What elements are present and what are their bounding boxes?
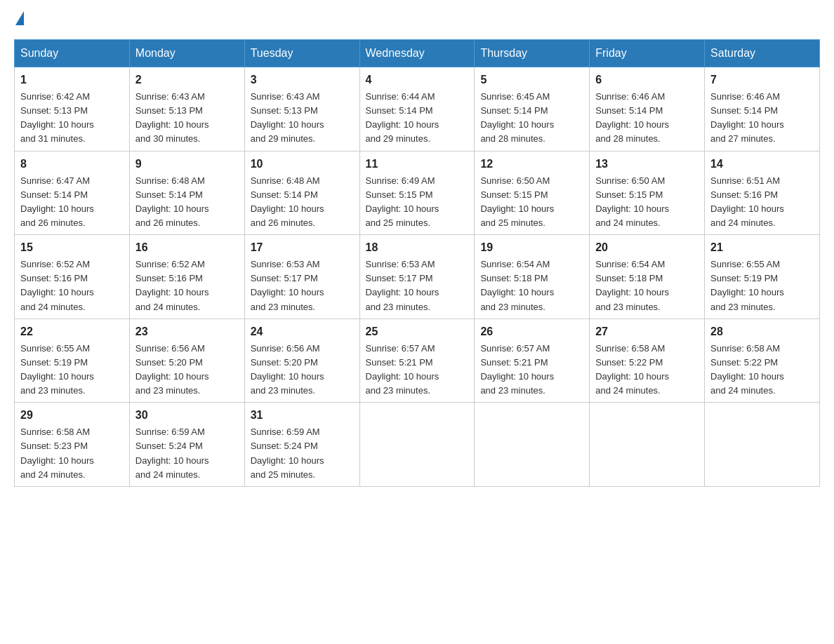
calendar-cell: 20 Sunrise: 6:54 AMSunset: 5:18 PMDaylig… xyxy=(590,235,705,319)
day-number: 17 xyxy=(251,239,354,256)
day-number: 25 xyxy=(366,323,469,340)
day-info: Sunrise: 6:56 AMSunset: 5:20 PMDaylight:… xyxy=(135,343,209,396)
calendar-cell xyxy=(359,403,475,487)
day-info: Sunrise: 6:57 AMSunset: 5:21 PMDaylight:… xyxy=(480,343,554,396)
day-number: 5 xyxy=(480,72,583,88)
calendar-cell: 19 Sunrise: 6:54 AMSunset: 5:18 PMDaylig… xyxy=(475,235,590,319)
weekday-header-friday: Friday xyxy=(590,40,705,67)
day-number: 26 xyxy=(480,323,583,340)
day-number: 22 xyxy=(20,323,124,340)
day-number: 20 xyxy=(595,239,699,256)
weekday-header-row: SundayMondayTuesdayWednesdayThursdayFrid… xyxy=(15,40,820,67)
calendar-cell: 31 Sunrise: 6:59 AMSunset: 5:24 PMDaylig… xyxy=(244,403,359,487)
calendar-cell: 29 Sunrise: 6:58 AMSunset: 5:23 PMDaylig… xyxy=(15,403,130,487)
calendar-cell: 25 Sunrise: 6:57 AMSunset: 5:21 PMDaylig… xyxy=(359,318,475,403)
weekday-header-saturday: Saturday xyxy=(705,40,820,67)
calendar-cell: 5 Sunrise: 6:45 AMSunset: 5:14 PMDayligh… xyxy=(475,67,590,152)
day-info: Sunrise: 6:51 AMSunset: 5:16 PMDaylight:… xyxy=(710,175,784,228)
calendar-cell: 28 Sunrise: 6:58 AMSunset: 5:22 PMDaylig… xyxy=(705,318,820,403)
day-info: Sunrise: 6:55 AMSunset: 5:19 PMDaylight:… xyxy=(710,259,784,311)
day-info: Sunrise: 6:49 AMSunset: 5:15 PMDaylight:… xyxy=(366,175,439,228)
calendar-cell: 16 Sunrise: 6:52 AMSunset: 5:16 PMDaylig… xyxy=(129,235,244,319)
calendar-cell: 24 Sunrise: 6:56 AMSunset: 5:20 PMDaylig… xyxy=(244,318,359,403)
day-info: Sunrise: 6:58 AMSunset: 5:23 PMDaylight:… xyxy=(20,427,94,479)
calendar-cell xyxy=(705,403,820,487)
day-number: 3 xyxy=(251,72,354,88)
calendar-cell: 23 Sunrise: 6:56 AMSunset: 5:20 PMDaylig… xyxy=(129,318,244,403)
calendar-cell: 6 Sunrise: 6:46 AMSunset: 5:14 PMDayligh… xyxy=(590,67,705,152)
day-info: Sunrise: 6:55 AMSunset: 5:19 PMDaylight:… xyxy=(20,343,94,396)
day-info: Sunrise: 6:54 AMSunset: 5:18 PMDaylight:… xyxy=(595,259,669,311)
day-info: Sunrise: 6:54 AMSunset: 5:18 PMDaylight:… xyxy=(480,259,554,311)
calendar-table: SundayMondayTuesdayWednesdayThursdayFrid… xyxy=(14,39,820,487)
day-number: 12 xyxy=(480,156,583,173)
day-number: 16 xyxy=(135,239,239,256)
day-info: Sunrise: 6:52 AMSunset: 5:16 PMDaylight:… xyxy=(20,259,94,311)
calendar-cell: 27 Sunrise: 6:58 AMSunset: 5:22 PMDaylig… xyxy=(590,318,705,403)
calendar-week-4: 22 Sunrise: 6:55 AMSunset: 5:19 PMDaylig… xyxy=(15,318,820,403)
day-number: 10 xyxy=(251,156,354,173)
day-info: Sunrise: 6:50 AMSunset: 5:15 PMDaylight:… xyxy=(595,175,669,228)
calendar-cell: 4 Sunrise: 6:44 AMSunset: 5:14 PMDayligh… xyxy=(359,67,475,152)
calendar-cell: 13 Sunrise: 6:50 AMSunset: 5:15 PMDaylig… xyxy=(590,151,705,235)
day-info: Sunrise: 6:59 AMSunset: 5:24 PMDaylight:… xyxy=(135,427,209,479)
calendar-cell: 10 Sunrise: 6:48 AMSunset: 5:14 PMDaylig… xyxy=(244,151,359,235)
day-info: Sunrise: 6:43 AMSunset: 5:13 PMDaylight:… xyxy=(251,91,324,144)
calendar-cell: 12 Sunrise: 6:50 AMSunset: 5:15 PMDaylig… xyxy=(475,151,590,235)
calendar-cell: 1 Sunrise: 6:42 AMSunset: 5:13 PMDayligh… xyxy=(15,67,130,152)
day-number: 4 xyxy=(366,72,469,88)
day-info: Sunrise: 6:58 AMSunset: 5:22 PMDaylight:… xyxy=(710,343,784,396)
calendar-week-3: 15 Sunrise: 6:52 AMSunset: 5:16 PMDaylig… xyxy=(15,235,820,319)
day-number: 19 xyxy=(480,239,583,256)
calendar-week-1: 1 Sunrise: 6:42 AMSunset: 5:13 PMDayligh… xyxy=(15,67,820,152)
day-info: Sunrise: 6:53 AMSunset: 5:17 PMDaylight:… xyxy=(366,259,439,311)
day-info: Sunrise: 6:42 AMSunset: 5:13 PMDaylight:… xyxy=(20,91,94,144)
calendar-cell: 9 Sunrise: 6:48 AMSunset: 5:14 PMDayligh… xyxy=(129,151,244,235)
day-number: 18 xyxy=(366,239,469,256)
day-number: 2 xyxy=(135,72,239,88)
day-number: 14 xyxy=(710,156,814,173)
calendar-week-5: 29 Sunrise: 6:58 AMSunset: 5:23 PMDaylig… xyxy=(15,403,820,487)
day-number: 24 xyxy=(251,323,354,340)
day-number: 15 xyxy=(20,239,124,256)
day-number: 23 xyxy=(135,323,239,340)
calendar-cell: 30 Sunrise: 6:59 AMSunset: 5:24 PMDaylig… xyxy=(129,403,244,487)
day-info: Sunrise: 6:50 AMSunset: 5:15 PMDaylight:… xyxy=(480,175,554,228)
day-info: Sunrise: 6:47 AMSunset: 5:14 PMDaylight:… xyxy=(20,175,94,228)
day-info: Sunrise: 6:43 AMSunset: 5:13 PMDaylight:… xyxy=(135,91,209,144)
day-info: Sunrise: 6:46 AMSunset: 5:14 PMDaylight:… xyxy=(595,91,669,144)
weekday-header-wednesday: Wednesday xyxy=(359,40,475,67)
day-number: 11 xyxy=(366,156,469,173)
weekday-header-thursday: Thursday xyxy=(475,40,590,67)
calendar-week-2: 8 Sunrise: 6:47 AMSunset: 5:14 PMDayligh… xyxy=(15,151,820,235)
calendar-cell xyxy=(475,403,590,487)
day-number: 7 xyxy=(710,72,814,88)
day-number: 6 xyxy=(595,72,699,88)
day-number: 29 xyxy=(20,407,124,424)
day-number: 13 xyxy=(595,156,699,173)
day-number: 9 xyxy=(135,156,239,173)
calendar-cell: 15 Sunrise: 6:52 AMSunset: 5:16 PMDaylig… xyxy=(15,235,130,319)
calendar-cell: 26 Sunrise: 6:57 AMSunset: 5:21 PMDaylig… xyxy=(475,318,590,403)
weekday-header-sunday: Sunday xyxy=(15,40,130,67)
day-info: Sunrise: 6:56 AMSunset: 5:20 PMDaylight:… xyxy=(251,343,324,396)
day-info: Sunrise: 6:45 AMSunset: 5:14 PMDaylight:… xyxy=(480,91,554,144)
calendar-cell: 3 Sunrise: 6:43 AMSunset: 5:13 PMDayligh… xyxy=(244,67,359,152)
logo xyxy=(14,14,24,25)
page-header xyxy=(14,14,820,25)
calendar-cell: 22 Sunrise: 6:55 AMSunset: 5:19 PMDaylig… xyxy=(15,318,130,403)
calendar-cell xyxy=(590,403,705,487)
calendar-cell: 11 Sunrise: 6:49 AMSunset: 5:15 PMDaylig… xyxy=(359,151,475,235)
day-info: Sunrise: 6:48 AMSunset: 5:14 PMDaylight:… xyxy=(135,175,209,228)
calendar-cell: 2 Sunrise: 6:43 AMSunset: 5:13 PMDayligh… xyxy=(129,67,244,152)
day-number: 30 xyxy=(135,407,239,424)
day-number: 28 xyxy=(710,323,814,340)
day-info: Sunrise: 6:46 AMSunset: 5:14 PMDaylight:… xyxy=(710,91,784,144)
day-info: Sunrise: 6:44 AMSunset: 5:14 PMDaylight:… xyxy=(366,91,439,144)
calendar-cell: 21 Sunrise: 6:55 AMSunset: 5:19 PMDaylig… xyxy=(705,235,820,319)
calendar-cell: 14 Sunrise: 6:51 AMSunset: 5:16 PMDaylig… xyxy=(705,151,820,235)
day-info: Sunrise: 6:59 AMSunset: 5:24 PMDaylight:… xyxy=(251,427,324,479)
calendar-cell: 17 Sunrise: 6:53 AMSunset: 5:17 PMDaylig… xyxy=(244,235,359,319)
day-number: 1 xyxy=(20,72,124,88)
calendar-cell: 18 Sunrise: 6:53 AMSunset: 5:17 PMDaylig… xyxy=(359,235,475,319)
